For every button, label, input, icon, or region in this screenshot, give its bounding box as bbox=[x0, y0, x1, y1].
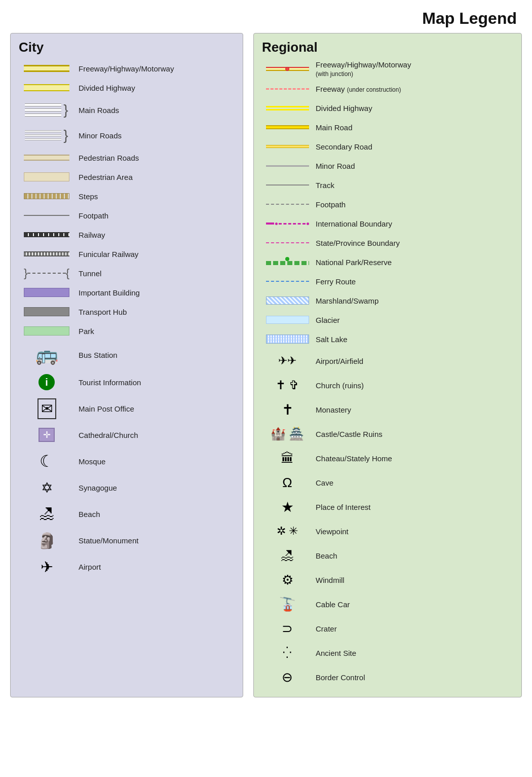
list-item: Divided Highway bbox=[19, 80, 235, 96]
pedestrian-roads-label: Pedestrian Roads bbox=[74, 154, 139, 162]
reg-chateau-label: Chateau/Stately Home bbox=[313, 454, 392, 463]
tourist-info-label: Tourist Information bbox=[74, 378, 141, 387]
reg-beach-label: Beach bbox=[313, 551, 337, 560]
reg-freeway-construction-symbol bbox=[262, 88, 313, 90]
viewpoint-icon: ✲ ✳ bbox=[277, 525, 298, 538]
reg-marshland-label: Marshland/Swamp bbox=[313, 297, 378, 305]
ancient-site-icon: ⁛ bbox=[283, 646, 292, 659]
footpath-label: Footpath bbox=[74, 211, 108, 220]
reg-crater-label: Crater bbox=[313, 624, 337, 633]
list-item: Pedestrian Area bbox=[19, 169, 235, 185]
page-title: Map Legend bbox=[0, 0, 532, 33]
steps-symbol bbox=[19, 193, 74, 199]
reg-footpath-symbol bbox=[262, 204, 313, 205]
list-item: 🚌 Bus Station bbox=[19, 342, 235, 367]
reg-poi-label: Place of Interest bbox=[313, 503, 370, 511]
beach-symbol: 🏖 bbox=[19, 505, 74, 523]
reg-airport-label: Airport/Airfield bbox=[313, 357, 363, 365]
reg-natpark-symbol bbox=[262, 259, 313, 265]
park-symbol bbox=[19, 326, 74, 336]
mosque-symbol: ☾ bbox=[19, 452, 74, 471]
list-item: Funicular Railway bbox=[19, 246, 235, 262]
statue-label: Statue/Monument bbox=[74, 536, 138, 545]
list-item: ☾ Mosque bbox=[19, 450, 235, 473]
reg-freeway-symbol bbox=[262, 67, 313, 71]
divided-highway-label: Divided Highway bbox=[74, 84, 135, 92]
reg-main-road-label: Main Road bbox=[313, 123, 353, 132]
transport-hub-symbol bbox=[19, 307, 74, 316]
list-item: ✈ Airport bbox=[19, 555, 235, 578]
transport-hub-label: Transport Hub bbox=[74, 308, 127, 316]
reg-state-boundary-symbol bbox=[262, 242, 313, 243]
list-item: ★ Place of Interest bbox=[262, 496, 513, 517]
reg-windmill-label: Windmill bbox=[313, 576, 345, 584]
freeway-label: Freeway/Highway/Motorway bbox=[74, 64, 174, 73]
funicular-label: Funicular Railway bbox=[74, 250, 138, 258]
reg-intl-boundary-label: International Boundary bbox=[313, 219, 392, 228]
reg-poi-symbol: ★ bbox=[262, 499, 313, 515]
reg-airport-symbol: ✈✈ bbox=[262, 354, 313, 367]
main-roads-symbol: } bbox=[19, 103, 74, 117]
reg-main-road-symbol bbox=[262, 125, 313, 129]
star-of-david-icon: ✡ bbox=[41, 479, 53, 496]
info-icon: i bbox=[39, 374, 55, 390]
divided-highway-symbol bbox=[19, 84, 74, 91]
cable-car-icon: 🚡 bbox=[279, 597, 295, 612]
reg-secondary-road-label: Secondary Road bbox=[313, 142, 372, 151]
reg-ferry-label: Ferry Route bbox=[313, 277, 356, 286]
tunnel-symbol: } { bbox=[19, 267, 74, 280]
list-item: Park bbox=[19, 323, 235, 339]
list-item: ✈✈ Airport/Airfield bbox=[262, 350, 513, 372]
reg-state-boundary-label: State/Province Boundary bbox=[313, 239, 400, 247]
list-item: Glacier bbox=[262, 312, 513, 328]
airport-symbol: ✈ bbox=[19, 558, 74, 576]
tunnel-label: Tunnel bbox=[74, 269, 101, 278]
important-building-symbol bbox=[19, 288, 74, 297]
reg-track-symbol bbox=[262, 184, 313, 186]
reg-border-control-label: Border Control bbox=[313, 673, 365, 682]
mosque-label: Mosque bbox=[74, 457, 105, 466]
reg-cable-car-label: Cable Car bbox=[313, 600, 350, 609]
reg-windmill-symbol: ⚙ bbox=[262, 572, 313, 588]
reg-viewpoint-symbol: ✲ ✳ bbox=[262, 525, 313, 538]
list-item: Steps bbox=[19, 188, 235, 204]
list-item: ✡ Synagogue bbox=[19, 476, 235, 499]
windmill-icon: ⚙ bbox=[282, 572, 293, 588]
reg-marshland-symbol bbox=[262, 297, 313, 305]
synagogue-symbol: ✡ bbox=[19, 479, 74, 496]
pedestrian-area-label: Pedestrian Area bbox=[74, 173, 133, 181]
list-item: ⚙ Windmill bbox=[262, 569, 513, 590]
list-item: } Main Roads bbox=[19, 99, 235, 121]
statue-icon: 🗿 bbox=[37, 532, 56, 549]
statue-symbol: 🗿 bbox=[19, 532, 74, 549]
synagogue-label: Synagogue bbox=[74, 484, 117, 492]
reg-natpark-label: National Park/Reserve bbox=[313, 258, 392, 267]
list-item: Salt Lake bbox=[262, 331, 513, 347]
reg-intl-boundary-symbol bbox=[262, 223, 313, 225]
city-panel: City Freeway/Highway/Motorway Divided Hi… bbox=[10, 33, 243, 697]
main-roads-label: Main Roads bbox=[74, 106, 119, 115]
cathedral-icon: ✛ bbox=[39, 428, 55, 442]
reg-castle-label: Castle/Castle Ruins bbox=[313, 430, 383, 438]
bus-station-symbol: 🚌 bbox=[19, 344, 74, 365]
castle-icon: 🏰 🏯 bbox=[271, 427, 305, 441]
star-icon: ★ bbox=[281, 499, 294, 515]
cave-icon: Ω bbox=[282, 475, 292, 491]
pedestrian-roads-symbol bbox=[19, 155, 74, 161]
list-item: Pedestrian Roads bbox=[19, 150, 235, 166]
list-item: Important Building bbox=[19, 284, 235, 301]
airplane-icon: ✈✈ bbox=[278, 354, 296, 367]
list-item: Minor Road bbox=[262, 158, 513, 174]
tourist-info-symbol: i bbox=[19, 374, 74, 390]
reg-castle-symbol: 🏰 🏯 bbox=[262, 427, 313, 441]
reg-crater-symbol: ⊃ bbox=[262, 621, 313, 637]
mail-icon: ✉ bbox=[37, 398, 56, 419]
reg-salt-lake-symbol bbox=[262, 335, 313, 344]
railway-symbol bbox=[19, 232, 74, 237]
reg-cable-car-symbol: 🚡 bbox=[262, 597, 313, 612]
list-item: ⊖ Border Control bbox=[262, 667, 513, 688]
reg-divided-hwy-symbol bbox=[262, 106, 313, 110]
important-building-label: Important Building bbox=[74, 288, 140, 297]
reg-ferry-symbol bbox=[262, 281, 313, 282]
minor-roads-label: Minor Roads bbox=[74, 131, 122, 140]
